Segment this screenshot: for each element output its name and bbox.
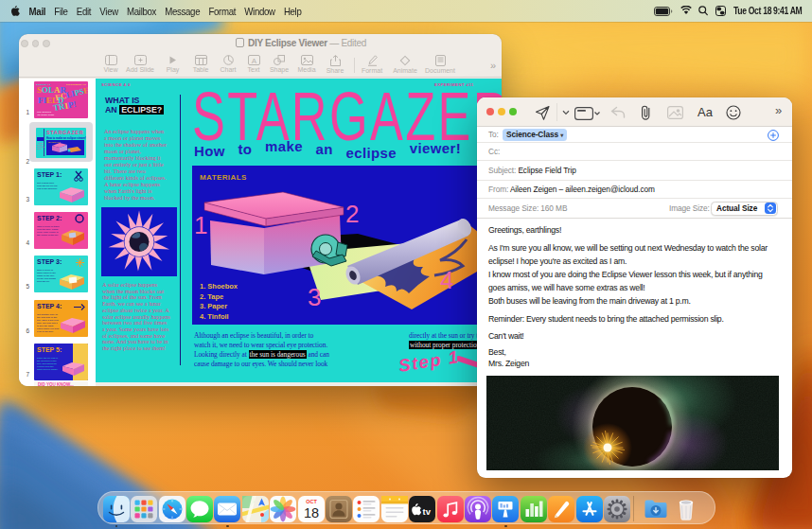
svg-text:3. Paper: 3. Paper (200, 302, 227, 310)
svg-text:3: 3 (308, 283, 321, 311)
svg-text:A: A (251, 57, 256, 65)
svg-text:18: 18 (303, 504, 318, 520)
svg-text:4: 4 (440, 266, 453, 294)
svg-text:4. Tinfoil: 4. Tinfoil (200, 312, 229, 321)
svg-text:OCT: OCT (306, 499, 317, 504)
svg-text:2: 2 (345, 200, 359, 228)
svg-text:2. Tape: 2. Tape (200, 292, 223, 301)
svg-text:1: 1 (194, 211, 207, 239)
svg-text:MATERIALS: MATERIALS (200, 173, 247, 182)
svg-text:1. Shoebox: 1. Shoebox (200, 282, 238, 291)
svg-text:tv: tv (423, 505, 432, 516)
